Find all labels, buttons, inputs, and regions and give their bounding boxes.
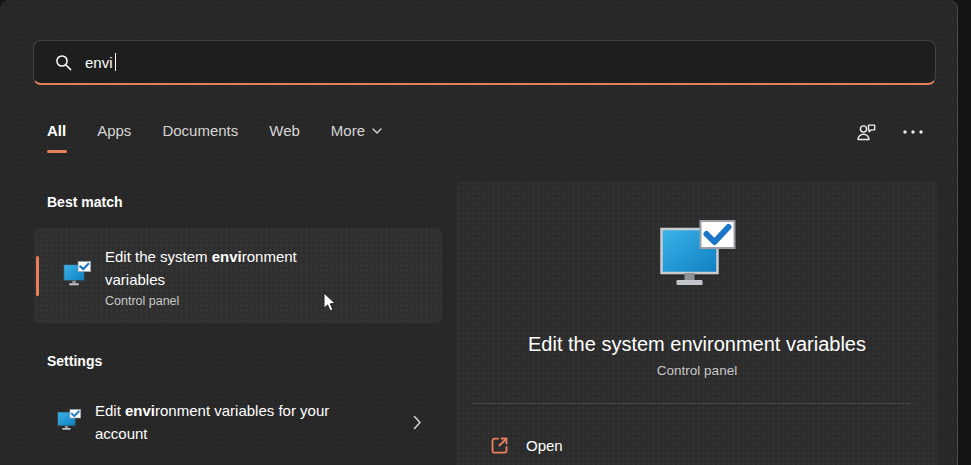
tab-apps[interactable]: Apps [97,122,131,153]
preview-divider [456,403,938,404]
selection-accent-bar [36,256,39,296]
mouse-cursor-arrow [323,292,338,317]
settings-heading: Settings [47,353,102,369]
best-match-title: Edit the system environment variables [105,248,297,288]
tab-documents-label: Documents [162,122,238,139]
more-options-ellipsis-icon[interactable] [902,121,924,143]
best-match-result-item[interactable]: Edit the system environment variables Co… [34,228,442,324]
open-button-label: Open [526,437,563,454]
open-external-icon [490,436,509,455]
screen-edge-artifact [958,0,971,465]
matched-query-text: envi [125,402,155,419]
topbar-actions [856,121,924,143]
tab-web[interactable]: Web [269,122,300,153]
search-input[interactable]: envi [33,40,936,85]
search-query-text: envi [85,54,113,71]
search-flyout-window: envi All Apps Documents Web More [0,0,957,465]
best-match-subtitle: Control panel [105,294,350,308]
chevron-down-icon [372,128,382,134]
preview-title: Edit the system environment variables [528,333,866,356]
best-match-text: Edit the system environment variables Co… [105,245,350,308]
open-action-button[interactable]: Open [456,425,938,465]
chevron-right-icon [413,415,422,430]
result-preview-panel: Edit the system environment variables Co… [456,181,938,465]
settings-item-title: Edit environment variables for your acco… [95,402,329,442]
matched-query-text: envi [212,248,242,265]
best-match-heading: Best match [47,194,122,210]
tab-all-label: All [47,122,66,139]
preview-subtitle: Control panel [657,363,737,378]
settings-item-text: Edit environment variables for your acco… [95,399,330,445]
search-icon [55,54,72,71]
tab-apps-label: Apps [97,122,131,139]
monitor-checkmark-icon-large [659,220,736,296]
monitor-checkmark-icon [57,409,81,436]
tab-more-label: More [331,122,365,139]
feedback-account-icon[interactable] [856,121,878,143]
tab-more[interactable]: More [331,122,382,153]
monitor-checkmark-icon [63,261,91,292]
active-tab-indicator [47,150,67,153]
text-cursor [115,53,116,71]
tab-documents[interactable]: Documents [162,122,238,153]
tab-web-label: Web [269,122,300,139]
tab-all[interactable]: All [47,122,66,153]
search-filter-tabs: All Apps Documents Web More [47,122,382,153]
settings-result-item[interactable]: Edit environment variables for your acco… [34,390,442,454]
